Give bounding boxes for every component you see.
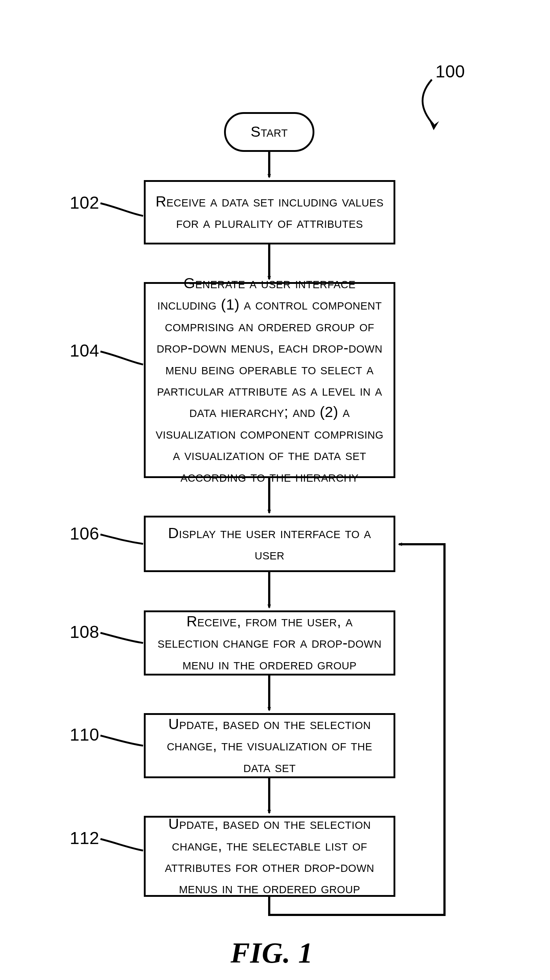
step-106-ref: 106 xyxy=(70,523,99,544)
start-label: Start xyxy=(251,121,288,143)
step-108-text: Receive, from the user, a selection chan… xyxy=(154,611,385,675)
step-110-ref: 110 xyxy=(70,725,99,745)
step-104-text: Generate a user interface including (1) … xyxy=(154,273,385,487)
flowchart-page: 100 Start Receive a data set including v… xyxy=(0,0,550,980)
step-104-ref: 104 xyxy=(70,340,99,361)
step-110-text: Update, based on the selection change, t… xyxy=(154,713,385,778)
step-102-text: Receive a data set including values for … xyxy=(154,191,385,234)
step-112-box: Update, based on the selection change, t… xyxy=(144,816,395,897)
start-node: Start xyxy=(224,112,314,152)
diagram-reference-label: 100 xyxy=(436,62,465,81)
step-112-text: Update, based on the selection change, t… xyxy=(154,813,385,899)
step-106-box: Display the user interface to a user xyxy=(144,515,395,572)
step-108-box: Receive, from the user, a selection chan… xyxy=(144,611,395,676)
step-108-ref: 108 xyxy=(70,622,99,642)
figure-caption: FIG. 1 xyxy=(231,937,313,969)
step-112-ref: 112 xyxy=(70,828,99,848)
step-106-text: Display the user interface to a user xyxy=(154,523,385,566)
step-110-box: Update, based on the selection change, t… xyxy=(144,713,395,778)
step-104-box: Generate a user interface including (1) … xyxy=(144,282,395,478)
step-102-box: Receive a data set including values for … xyxy=(144,180,395,245)
step-102-ref: 102 xyxy=(70,193,99,213)
